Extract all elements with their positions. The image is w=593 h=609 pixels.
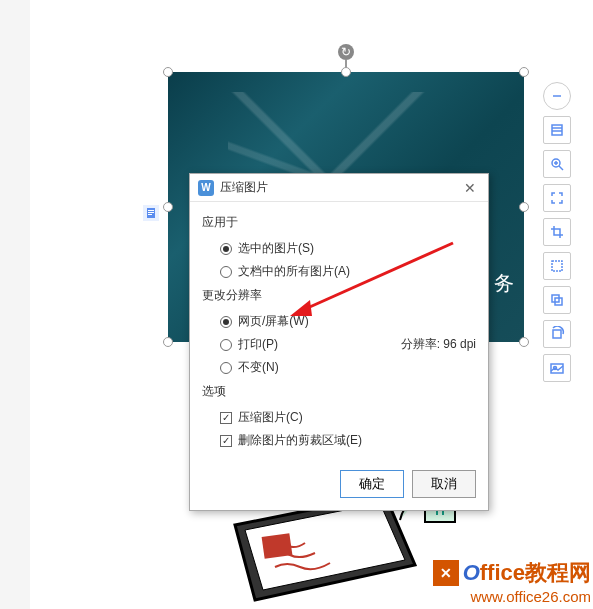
resize-handle-w[interactable] [163, 202, 173, 212]
option-label: 选中的图片(S) [238, 240, 314, 257]
brand-text: ffice教程网 [480, 560, 591, 585]
option-selected-images[interactable]: 选中的图片(S) [202, 237, 476, 260]
cancel-button[interactable]: 取消 [412, 470, 476, 498]
rotate-handle[interactable]: ↻ [338, 44, 354, 60]
option-label: 打印(P) [238, 336, 278, 353]
checkbox-delete-crop[interactable]: ✓ 删除图片的剪裁区域(E) [202, 429, 476, 452]
svg-line-21 [559, 166, 563, 170]
resize-handle-sw[interactable] [163, 337, 173, 347]
svg-rect-27 [553, 330, 561, 338]
checkbox-icon: ✓ [220, 412, 232, 424]
checkbox-icon: ✓ [220, 435, 232, 447]
resize-handle-e[interactable] [519, 202, 529, 212]
section-options: 选项 [202, 383, 476, 400]
option-label: 压缩图片(C) [238, 409, 303, 426]
rotate-button[interactable] [543, 320, 571, 348]
option-label: 删除图片的剪裁区域(E) [238, 432, 362, 449]
option-label: 网页/屏幕(W) [238, 313, 309, 330]
radio-icon [220, 316, 232, 328]
compress-image-dialog: W 压缩图片 ✕ 应用于 选中的图片(S) 文档中的所有图片(A) 更改分辨率 … [189, 173, 489, 511]
option-label: 文档中的所有图片(A) [238, 263, 350, 280]
ok-button[interactable]: 确定 [340, 470, 404, 498]
page-indicator [143, 205, 159, 221]
svg-rect-3 [148, 214, 152, 215]
radio-icon [220, 339, 232, 351]
option-label: 不变(N) [238, 359, 279, 376]
dialog-title: 压缩图片 [220, 179, 268, 196]
radio-icon [220, 243, 232, 255]
option-no-change[interactable]: 不变(N) [202, 356, 476, 379]
zoom-button[interactable] [543, 150, 571, 178]
section-resolution: 更改分辨率 [202, 287, 476, 304]
radio-icon [220, 362, 232, 374]
svg-rect-2 [148, 212, 154, 213]
brand-first-letter: O [463, 560, 480, 585]
radio-icon [220, 266, 232, 278]
wps-logo-icon: W [198, 180, 214, 196]
option-all-images[interactable]: 文档中的所有图片(A) [202, 260, 476, 283]
fit-width-button[interactable] [543, 116, 571, 144]
svg-rect-6 [262, 533, 293, 559]
zoom-out-button[interactable] [543, 82, 571, 110]
watermark-url: www.office26.com [433, 588, 591, 605]
resize-handle-n[interactable] [341, 67, 351, 77]
resize-handle-ne[interactable] [519, 67, 529, 77]
office-logo-icon: ✕ [433, 560, 459, 586]
close-icon[interactable]: ✕ [460, 180, 480, 196]
resize-handle-se[interactable] [519, 337, 529, 347]
svg-rect-17 [552, 125, 562, 135]
crop-button[interactable] [543, 218, 571, 246]
copy-button[interactable] [543, 286, 571, 314]
option-web-screen[interactable]: 网页/屏幕(W) [202, 310, 476, 333]
workspace: 务 ↻ [30, 0, 593, 609]
right-toolbar [543, 82, 573, 382]
image-text-fragment: 务 [494, 270, 514, 297]
dialog-titlebar[interactable]: W 压缩图片 ✕ [190, 174, 488, 202]
fullscreen-button[interactable] [543, 184, 571, 212]
settings-button[interactable] [543, 252, 571, 280]
resize-handle-nw[interactable] [163, 67, 173, 77]
watermark: ✕ Office教程网 www.office26.com [433, 558, 591, 605]
svg-rect-24 [552, 261, 562, 271]
section-apply-to: 应用于 [202, 214, 476, 231]
option-print[interactable]: 打印(P) 分辨率: 96 dpi [202, 333, 476, 356]
replace-image-button[interactable] [543, 354, 571, 382]
checkbox-compress[interactable]: ✓ 压缩图片(C) [202, 406, 476, 429]
svg-rect-1 [148, 210, 154, 211]
dpi-value: 分辨率: 96 dpi [401, 336, 476, 353]
